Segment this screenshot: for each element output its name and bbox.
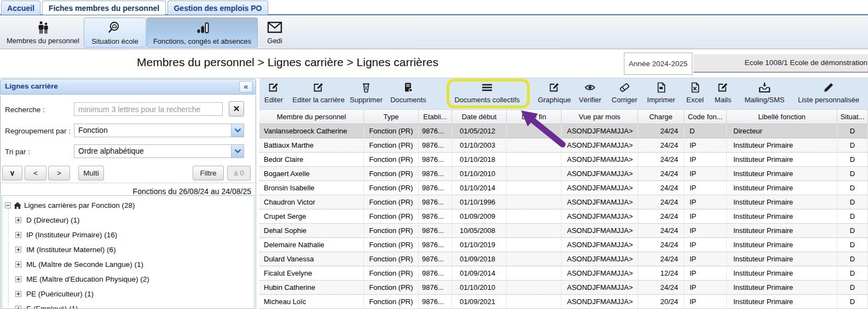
chevron-down-icon[interactable]: [231, 124, 244, 137]
table-row[interactable]: Bogaert AxelleFonction (PR)9876...01/10/…: [259, 167, 868, 181]
table-cell: 01/10/2018: [452, 153, 507, 166]
table-row[interactable]: Bedor ClaireFonction (PR)9876...01/10/20…: [259, 153, 868, 167]
table-cell: [507, 238, 562, 252]
tree-item-me[interactable]: ME (Maître d'Education Physique) (2): [2, 272, 254, 287]
tree-root[interactable]: Lignes carrières par Fonction (28): [2, 198, 254, 213]
school-selector[interactable]: Ecole 1008/1 Ecole de démonstration: [693, 54, 868, 73]
multi-button[interactable]: Multi: [78, 166, 104, 180]
table-cell: 9876...: [419, 224, 452, 237]
edit-box-icon: [290, 80, 347, 95]
table-row[interactable]: Bronsin IsabelleFonction (PR)9876...01/1…: [259, 181, 868, 195]
grid-button-imprimer[interactable]: Imprimer: [644, 80, 679, 106]
grid-button-label: Excel: [683, 95, 707, 106]
chevron-down-icon[interactable]: [231, 145, 244, 158]
search-input[interactable]: [74, 102, 223, 116]
barchart-icon: [147, 20, 257, 36]
grid-button-liste-personnalis-e[interactable]: Liste personnalisée: [792, 80, 865, 106]
table-row[interactable]: Chaudron VictorFonction (PR)9876...01/10…: [259, 195, 868, 209]
collapse-node-icon[interactable]: [5, 202, 11, 208]
sort-by-select[interactable]: Ordre alphabétique: [74, 144, 244, 158]
year-selector[interactable]: Année 2024-2025: [624, 53, 692, 75]
table-cell: 24/24: [638, 224, 684, 237]
table-row[interactable]: Dulard VanessaFonction (PR)9876...01/09/…: [259, 252, 868, 266]
table-row[interactable]: Delemaire NathalieFonction (PR)9876...01…: [259, 238, 868, 252]
grid-button-mailing-sms[interactable]: Mailing/SMS: [740, 80, 789, 106]
table-cell: Chaudron Victor: [259, 195, 364, 209]
app-button-membres-du-personnel[interactable]: Membres du personnel: [2, 18, 84, 48]
column-header-situat[interactable]: Situat...: [837, 110, 868, 124]
tab-fiches-membres-du-personnel[interactable]: Fiches membres du personnel: [42, 1, 166, 15]
next-button[interactable]: >: [48, 166, 70, 180]
column-header-libell-fonction[interactable]: Libellé fonction: [727, 110, 837, 124]
grid-button-mails[interactable]: Mails: [710, 80, 736, 106]
expand-node-icon[interactable]: [15, 306, 21, 309]
table-row[interactable]: Hubin CatherineFonction (PR)9876...01/10…: [259, 281, 868, 295]
expand-node-icon[interactable]: [15, 217, 21, 223]
table-row[interactable]: Dehal SophieFonction (PR)9876...10/05/20…: [259, 224, 868, 238]
table-cell: Instituteur Primaire: [727, 181, 837, 195]
grid-button-documents[interactable]: Documents: [387, 80, 429, 106]
column-header-vue-par-mois[interactable]: Vue par mois: [562, 110, 638, 124]
group-by-select[interactable]: Fonction: [74, 124, 244, 137]
table-cell: 24/24: [638, 181, 684, 195]
column-header-date-fin[interactable]: Date fin: [507, 110, 562, 124]
expand-node-icon[interactable]: [15, 276, 21, 282]
column-header-charge[interactable]: Charge: [638, 110, 684, 124]
breadcrumb-bar: Membres du personnel > Lignes carrière >…: [0, 50, 868, 78]
table-cell: Instituteur Primaire: [727, 195, 837, 209]
filter-button[interactable]: Filtre: [193, 166, 224, 180]
table-cell: Instituteur Primaire: [727, 138, 837, 152]
column-header-etabli[interactable]: Etabli...: [419, 110, 452, 124]
table-cell: Fonction (PR): [364, 138, 419, 152]
column-header-membre-du-personnel[interactable]: Membre du personnel: [259, 110, 364, 124]
expand-node-icon[interactable]: [15, 232, 21, 238]
edit-box-icon: [261, 80, 287, 95]
grid-button-label: Editer la carrière: [290, 95, 347, 106]
column-header-type[interactable]: Type: [364, 110, 419, 124]
collapse-panel-button[interactable]: «: [239, 81, 253, 92]
tree-item-label: E (Employé) (1): [26, 305, 78, 309]
collapse-all-button[interactable]: ∨: [2, 166, 22, 180]
table-row[interactable]: Crupet SergeFonction (PR)9876...01/09/20…: [259, 209, 868, 224]
grid-button-label: Mailing/SMS: [740, 95, 789, 106]
table-cell: ASONDJFMAMJJA>: [562, 295, 638, 308]
tab-gestion-des-emplois-po[interactable]: Gestion des emplois PO: [167, 1, 268, 15]
expand-node-icon[interactable]: [15, 261, 21, 267]
grid-button-excel[interactable]: Excel: [683, 80, 707, 106]
grid-button-editer[interactable]: Editer: [261, 80, 287, 106]
app-button-situation-cole[interactable]: Situation école: [84, 18, 146, 48]
column-header-date-d-but[interactable]: Date début: [452, 110, 507, 124]
tree-item-ip[interactable]: IP (Instituteur Primaire) (16): [2, 228, 254, 242]
table-cell: 24/24: [638, 124, 684, 138]
tree-item-e[interactable]: E (Employé) (1): [2, 301, 254, 309]
app-button-gedi[interactable]: Gedi: [261, 18, 289, 48]
grid-button-v-rifier[interactable]: Vérifier: [575, 80, 605, 106]
expand-node-icon[interactable]: [15, 291, 21, 297]
tree-item-d[interactable]: D (Directeur) (1): [2, 213, 254, 228]
tree-item-pe[interactable]: PE (Puériculteur) (1): [2, 287, 254, 301]
grid-button-editer-la-carri-re[interactable]: Editer la carrière: [290, 80, 347, 106]
table-cell: [507, 181, 562, 195]
table-row[interactable]: Battiaux MartheFonction (PR)9876...01/10…: [259, 138, 868, 153]
eye-icon: [575, 80, 605, 95]
tree-item-ml[interactable]: ML (Maître de Seconde Langue) (1): [2, 257, 254, 272]
grid-button-documents-collectifs[interactable]: Documents collectifs: [452, 80, 522, 106]
tab-accueil[interactable]: Accueil: [1, 1, 40, 15]
tree-item-im[interactable]: IM (Instituteur Maternel) (6): [2, 242, 254, 257]
prev-button[interactable]: <: [25, 166, 47, 180]
table-cell: 24/24: [638, 167, 684, 180]
grid-button-supprimer[interactable]: Supprimer: [348, 80, 384, 106]
table-cell: D: [684, 124, 727, 138]
table-row[interactable]: Vanlansebroeck CatherineFonction (PR)987…: [259, 124, 868, 138]
column-header-code-fon[interactable]: Code fon...: [684, 110, 727, 124]
clear-search-button[interactable]: ✕: [229, 101, 244, 116]
grid-button-corriger[interactable]: Corriger: [607, 80, 641, 106]
table-cell: ASONDJFMAMJJA>: [562, 124, 638, 138]
expand-node-icon[interactable]: [15, 247, 21, 253]
grid-toolbar: EditerEditer la carrièreSupprimerDocumen…: [259, 78, 868, 109]
grid-button-graphique[interactable]: Graphique: [536, 80, 572, 106]
table-row[interactable]: Micheau LoïcFonction (PR)9876...01/09/20…: [259, 295, 868, 309]
table-cell: ASONDJFMAMJJA>: [562, 252, 638, 266]
table-row[interactable]: Ficalut EvelyneFonction (PR)9876...01/09…: [259, 266, 868, 281]
app-button-fonctions-cong-s-et-absences[interactable]: Fonctions, congés et absences: [147, 18, 258, 48]
